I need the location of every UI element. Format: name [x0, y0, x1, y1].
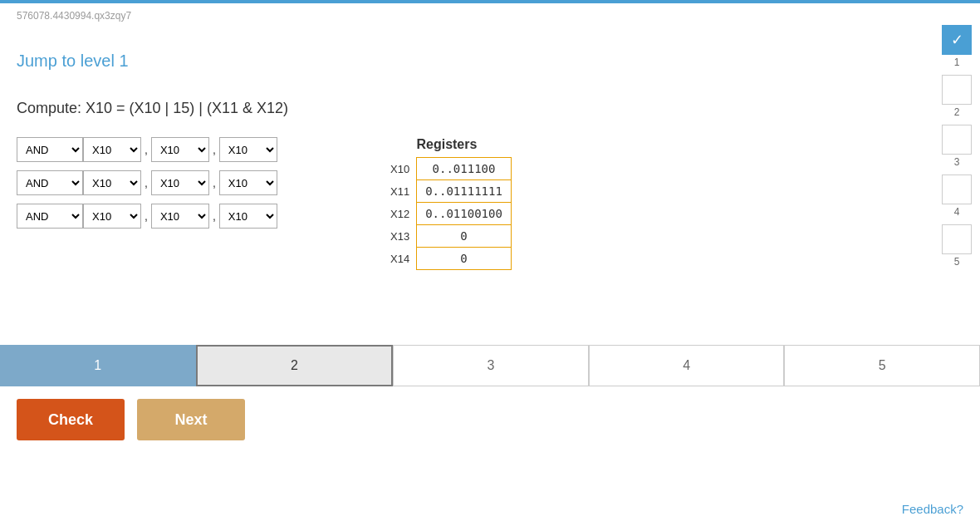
comma-5: ,	[145, 209, 148, 223]
reg2-select-1[interactable]: X10X11X12X13X14	[151, 137, 209, 162]
comma-2: ,	[213, 143, 216, 156]
next-button[interactable]: Next	[137, 399, 245, 440]
sidebar-label-4: 4	[954, 206, 960, 218]
top-accent-line	[0, 0, 980, 3]
comma-3: ,	[145, 176, 148, 189]
register-row-0: X100..011100	[382, 158, 511, 180]
op-select-1[interactable]: ANDORXORNOT	[17, 137, 83, 162]
jump-to-level-link[interactable]: Jump to level 1	[17, 52, 129, 71]
register-name-0: X10	[382, 158, 417, 180]
register-row-4: X140	[382, 248, 511, 270]
dropdowns-area: ANDORXORNOT X10X11X12X13X14 , X10X11X12X…	[17, 137, 277, 237]
sidebar-item-3[interactable]	[942, 125, 972, 155]
registers-title: Registers	[382, 137, 512, 152]
progress-step-3[interactable]: 3	[393, 345, 589, 386]
register-value-3: 0	[417, 225, 512, 248]
register-value-1: 0..01111111	[417, 180, 512, 203]
sidebar-label-5: 5	[954, 256, 960, 268]
compute-expression: Compute: X10 = (X10 | 15) | (X11 & X12)	[17, 100, 288, 117]
register-value-0: 0..011100	[417, 158, 512, 180]
reg3-select-3[interactable]: X10X11X12X13X14	[219, 204, 277, 229]
sidebar-step-2[interactable]: 2	[942, 75, 972, 118]
reg2-select-3[interactable]: X10X11X12X13X14	[151, 204, 209, 229]
reg1-select-1[interactable]: X10X11X12X13X14	[83, 137, 141, 162]
progress-step-2[interactable]: 2	[196, 345, 394, 386]
reg1-select-2[interactable]: X10X11X12X13X14	[83, 170, 141, 195]
feedback-link[interactable]: Feedback?	[902, 502, 963, 516]
sidebar-step-3[interactable]: 3	[942, 125, 972, 168]
sidebar-label-1: 1	[954, 57, 960, 68]
dropdown-row-3: ANDORXORNOT X10X11X12X13X14 , X10X11X12X…	[17, 204, 277, 229]
register-row-1: X110..01111111	[382, 180, 511, 203]
sidebar-label-2: 2	[954, 106, 960, 118]
sidebar-step-4[interactable]: 4	[942, 175, 972, 218]
session-id: 576078.4430994.qx3zqy7	[17, 10, 131, 22]
sidebar-item-2[interactable]	[942, 75, 972, 105]
register-value-4: 0	[417, 248, 512, 270]
register-value-2: 0..01100100	[417, 203, 512, 225]
comma-4: ,	[213, 176, 216, 189]
sidebar-item-1[interactable]: ✓	[942, 25, 972, 55]
progress-step-5[interactable]: 5	[784, 345, 980, 386]
reg3-select-2[interactable]: X10X11X12X13X14	[219, 170, 277, 195]
comma-1: ,	[145, 143, 148, 156]
checkmark-icon: ✓	[951, 31, 963, 49]
register-name-2: X12	[382, 203, 417, 225]
right-sidebar: ✓12345	[942, 25, 972, 268]
progress-step-1[interactable]: 1	[0, 345, 196, 386]
progress-step-4[interactable]: 4	[589, 345, 785, 386]
registers-table: X100..011100X110..01111111X120..01100100…	[382, 157, 512, 270]
op-select-2[interactable]: ANDORXORNOT	[17, 170, 83, 195]
dropdown-row-2: ANDORXORNOT X10X11X12X13X14 , X10X11X12X…	[17, 170, 277, 195]
register-name-1: X11	[382, 180, 417, 203]
sidebar-step-1[interactable]: ✓1	[942, 25, 972, 68]
sidebar-item-4[interactable]	[942, 175, 972, 204]
sidebar-step-5[interactable]: 5	[942, 224, 972, 268]
reg2-select-2[interactable]: X10X11X12X13X14	[151, 170, 209, 195]
reg1-select-3[interactable]: X10X11X12X13X14	[83, 204, 141, 229]
sidebar-item-5[interactable]	[942, 224, 972, 254]
register-row-2: X120..01100100	[382, 203, 511, 225]
register-name-3: X13	[382, 225, 417, 248]
register-row-3: X130	[382, 225, 511, 248]
sidebar-label-3: 3	[954, 156, 960, 168]
reg3-select-1[interactable]: X10X11X12X13X14	[219, 137, 277, 162]
dropdown-row-1: ANDORXORNOT X10X11X12X13X14 , X10X11X12X…	[17, 137, 277, 162]
register-name-4: X14	[382, 248, 417, 270]
op-select-3[interactable]: ANDORXORNOT	[17, 204, 83, 229]
registers-container: Registers X100..011100X110..01111111X120…	[382, 137, 512, 270]
check-button[interactable]: Check	[17, 399, 125, 440]
comma-6: ,	[213, 209, 216, 223]
progress-bar: 12345	[0, 345, 980, 386]
